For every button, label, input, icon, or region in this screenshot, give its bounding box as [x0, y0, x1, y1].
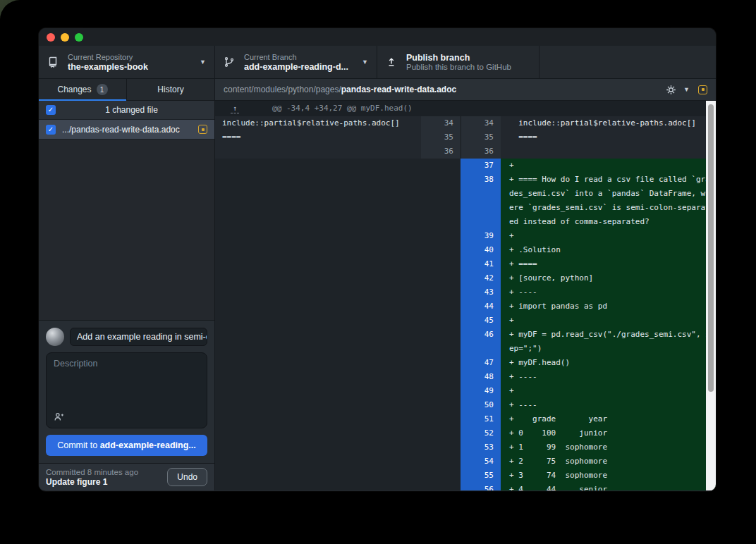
diff-new-line-number: 46	[461, 328, 501, 356]
chevron-down-icon: ▼	[683, 86, 690, 93]
zoom-window-button[interactable]	[75, 33, 83, 42]
hunk-header: ↑ @@ -34,4 +34,27 @@ myDF.head()	[215, 101, 716, 116]
committed-timestamp: Committed 8 minutes ago	[46, 468, 161, 476]
diff-old-line-number	[421, 173, 461, 229]
diff-new-text: +	[501, 384, 716, 398]
commit-summary-input[interactable]: Add an example reading in semi-c	[70, 328, 207, 346]
branch-name: add-example-reading-d...	[244, 62, 358, 72]
diff-row[interactable]: 56+ 4 44 senior	[215, 483, 716, 490]
github-desktop-window: Current Repository the-examples-book ▼ C…	[39, 28, 716, 491]
diff-new-text: + myDF.head()	[501, 356, 716, 370]
add-coauthor-icon[interactable]	[54, 412, 64, 422]
diff-new-text: + ----	[501, 398, 716, 412]
diff-new-text	[501, 144, 716, 159]
committed-message: Update figure 1	[46, 477, 161, 487]
diff-rows: include::partial$relative-paths.adoc[]34…	[215, 116, 716, 490]
diff-new-text: + ==== How do I read a csv file called `…	[501, 173, 716, 229]
undo-button[interactable]: Undo	[167, 468, 207, 486]
commit-description-input[interactable]: Description	[46, 352, 207, 428]
diff-old-line-number	[421, 299, 461, 314]
diff-old-text: include::partial$relative-paths.adoc[]	[215, 116, 421, 130]
diff-row[interactable]: include::partial$relative-paths.adoc[]34…	[215, 116, 716, 130]
diff-row[interactable]: 40+ .Solution	[215, 243, 716, 257]
file-checkbox[interactable]: ✓	[46, 125, 56, 135]
repo-label: Current Repository	[68, 53, 195, 61]
diff-row[interactable]: 49+	[215, 384, 716, 398]
diff-old-text	[215, 271, 421, 285]
diff-old-text	[215, 370, 421, 384]
diff-options-button[interactable]: ▼	[666, 85, 690, 95]
diff-row[interactable]: 39+	[215, 229, 716, 243]
diff-old-text	[215, 173, 421, 229]
diff-new-text: + 1 99 sophomore	[501, 440, 716, 455]
diff-new-text: + myDF = pd.read_csv("./grades_semi.csv"…	[501, 328, 716, 356]
diff-new-line-number: 43	[461, 285, 501, 299]
diff-new-line-number: 49	[461, 384, 501, 398]
diff-new-line-number: 36	[461, 144, 501, 159]
desktop: Current Repository the-examples-book ▼ C…	[0, 0, 756, 544]
diff-scrollbar-thumb[interactable]	[708, 104, 714, 392]
diff-new-text: ====	[501, 130, 716, 144]
diff-new-text: +	[501, 159, 716, 173]
diff-old-text	[215, 455, 421, 469]
diff-old-line-number: 35	[421, 130, 461, 144]
diff-row[interactable]: ====3535 ====	[215, 130, 716, 144]
diff-new-text: +	[501, 229, 716, 243]
diff-new-line-number: 44	[461, 299, 501, 314]
diff-old-text	[215, 314, 421, 328]
diff-row[interactable]: 47+ myDF.head()	[215, 356, 716, 370]
diff-new-line-number: 41	[461, 257, 501, 271]
changed-file-row[interactable]: ✓.../pandas-read-write-data.adoc	[39, 120, 214, 140]
diff-new-line-number: 54	[461, 455, 501, 469]
diff-row[interactable]: 55+ 3 74 sophomore	[215, 469, 716, 483]
diff-row[interactable]: 53+ 1 99 sophomore	[215, 440, 716, 455]
current-repository-button[interactable]: Current Repository the-examples-book ▼	[39, 46, 215, 78]
diff-row[interactable]: 45+	[215, 314, 716, 328]
diff-row[interactable]: 54+ 2 75 sophomore	[215, 455, 716, 469]
diff-old-text	[215, 299, 421, 314]
diff-row[interactable]: 42+ [source, python]	[215, 271, 716, 285]
diff-row[interactable]: 3636	[215, 144, 716, 159]
diff-row[interactable]: 43+ ----	[215, 285, 716, 299]
description-placeholder: Description	[54, 359, 98, 369]
diff-old-text	[215, 356, 421, 370]
upload-icon	[386, 56, 397, 68]
diff-old-line-number	[421, 455, 461, 469]
diff-row[interactable]: 44+ import pandas as pd	[215, 299, 716, 314]
tab-history[interactable]: History	[126, 79, 214, 100]
diff-row[interactable]: 51+ grade year	[215, 412, 716, 426]
diff-row[interactable]: 46+ myDF = pd.read_csv("./grades_semi.cs…	[215, 328, 716, 356]
sidebar: Changes1History ✓ 1 changed file ✓.../pa…	[39, 79, 215, 490]
minimize-window-button[interactable]	[61, 33, 69, 42]
select-all-checkbox[interactable]: ✓	[46, 105, 56, 115]
diff-row[interactable]: 48+ ----	[215, 370, 716, 384]
diff-row[interactable]: 52+ 0 100 junior	[215, 426, 716, 440]
diff-old-text	[215, 159, 421, 173]
diff-old-line-number	[421, 314, 461, 328]
diff-new-text: + [source, python]	[501, 271, 716, 285]
diff-old-text	[215, 398, 421, 412]
diff-old-line-number	[421, 285, 461, 299]
publish-branch-button[interactable]: Publish branch Publish this branch to Gi…	[377, 46, 539, 78]
window-titlebar[interactable]	[39, 28, 716, 46]
commit-button[interactable]: Commit to add-example-reading...	[46, 435, 207, 456]
diff-old-line-number	[421, 257, 461, 271]
content: Changes1History ✓ 1 changed file ✓.../pa…	[39, 79, 716, 490]
avatar	[46, 328, 64, 346]
diff-new-line-number: 52	[461, 426, 501, 440]
diff-new-text: + ====	[501, 257, 716, 271]
diff-scrollbar[interactable]	[706, 101, 716, 490]
current-branch-button[interactable]: Current Branch add-example-reading-d... …	[215, 46, 377, 78]
file-path-name: pandas-read-write-data.adoc	[341, 85, 456, 94]
diff-old-line-number: 36	[421, 144, 461, 159]
diff-row[interactable]: 38+ ==== How do I read a csv file called…	[215, 173, 716, 229]
expand-hunk-icon[interactable]: ↑	[231, 104, 239, 113]
close-window-button[interactable]	[47, 33, 55, 42]
diff-old-text	[215, 285, 421, 299]
diff-old-line-number	[421, 356, 461, 370]
diff-row[interactable]: 50+ ----	[215, 398, 716, 412]
diff-row[interactable]: 41+ ====	[215, 257, 716, 271]
diff-row[interactable]: 37+	[215, 159, 716, 173]
tab-changes[interactable]: Changes1	[39, 79, 126, 100]
diff-new-line-number: 38	[461, 173, 501, 229]
